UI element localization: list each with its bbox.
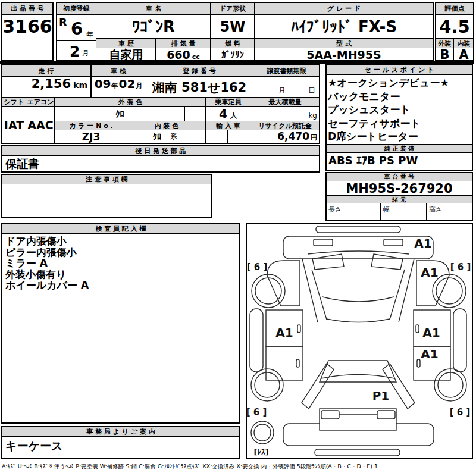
payload-value: kg bbox=[250, 106, 320, 122]
mileage-number: 2,156 bbox=[32, 77, 71, 91]
transfer-deadline-label: 譲渡書類期限 bbox=[253, 64, 320, 77]
door-shape-value: 5W bbox=[210, 14, 255, 39]
mark-door-right: A1 bbox=[422, 325, 440, 340]
inspector-note-item: ドア内張傷小 bbox=[5, 236, 236, 247]
wiper-right bbox=[371, 254, 403, 270]
interior-color-name: ｸﾛ bbox=[127, 131, 187, 142]
shift-value: IAT bbox=[1, 106, 27, 144]
headlight-right bbox=[384, 239, 403, 246]
wheel-rear-left bbox=[251, 369, 283, 401]
model-code-value: 5AA-MH95S bbox=[254, 48, 434, 61]
wheel-front-right-inner bbox=[436, 278, 462, 304]
capacity-value: 4 人 bbox=[205, 106, 251, 122]
displacement-number: 660 bbox=[167, 48, 190, 61]
displacement-value: 660 cc bbox=[155, 48, 211, 61]
mark-door-left: A1 bbox=[275, 325, 293, 340]
interior-grade-value: A bbox=[453, 48, 474, 61]
front-lip-bar bbox=[316, 226, 400, 233]
damage-diagram: A1 A1 A1 A1 A1 P1 [ 6 ] [ 6 ] [ 6 ] [ 6 … bbox=[246, 223, 473, 459]
registration-number-value: 湘南 581せ162 bbox=[145, 76, 254, 98]
inspector-note-item: ピラー内張傷小 bbox=[5, 247, 236, 258]
inspection-year-unit: 年 bbox=[112, 82, 118, 90]
import-car-cell-2 bbox=[227, 130, 251, 144]
transfer-deadline-value: 月 日 bbox=[253, 76, 320, 98]
sales-point-item: セーフティサポート bbox=[328, 117, 471, 130]
first-registration-label: 初度登録 bbox=[56, 2, 97, 15]
caution-notes-body bbox=[1, 184, 212, 218]
a-pillar-left bbox=[312, 270, 327, 320]
inspection-month: 02 bbox=[119, 77, 136, 91]
recycle-fee-unit: 円 bbox=[311, 133, 317, 142]
mark-front-bumper-right: A1 bbox=[414, 236, 431, 250]
car-name-label: 車 名 bbox=[96, 2, 211, 15]
spare-tire-inner bbox=[254, 424, 271, 441]
factory-equipment-value: ABS ｴｱB PS PW bbox=[325, 152, 473, 171]
exterior-grade-value: B bbox=[435, 48, 455, 61]
sales-point-item: D席シートヒーター bbox=[328, 130, 471, 143]
inspection-year: 09 bbox=[95, 77, 111, 91]
mark-tire-front-right: [ 6 ] bbox=[450, 262, 471, 273]
score-label: 評価点 bbox=[435, 2, 474, 15]
factory-equipment-label: 純 正 装 備 bbox=[325, 144, 473, 153]
chassis-number-label: 車 台 番 号 bbox=[325, 172, 473, 181]
transfer-day-unit: 日 bbox=[308, 86, 315, 96]
recycle-fee-value: 6,470 円 bbox=[250, 130, 320, 144]
capacity-unit: 人 bbox=[230, 111, 237, 121]
inspection-month-unit: 月 bbox=[136, 82, 142, 90]
lot-empty-cell bbox=[1, 37, 54, 61]
reg-month: 2 bbox=[70, 43, 80, 60]
inspector-note-item: ホイールカバー A bbox=[5, 280, 236, 291]
rear-door-left bbox=[266, 346, 303, 380]
grade-label: グ レ ー ド bbox=[254, 2, 434, 15]
lot-number-value: 3166 bbox=[1, 14, 54, 38]
rear-window-line bbox=[321, 375, 394, 379]
legend-text: A:ｷｽﾞ U:ﾍｺﾐ B:ｷｽﾞを伴うﾍｺﾐ P:要塗装 W:補修跡 S:錆 … bbox=[2, 463, 474, 474]
transfer-month-unit: 月 bbox=[278, 86, 286, 96]
era-code: R bbox=[59, 16, 67, 29]
capacity-number: 4 bbox=[219, 107, 227, 121]
sales-points-list: ★オークションデビュー★ バックモニター プッシュスタート セーフティサポート … bbox=[325, 75, 473, 143]
mileage-unit: km bbox=[73, 80, 87, 90]
grade-value: ﾊｲﾌﾞﾘｯﾄﾞ FX-S bbox=[254, 14, 434, 39]
wiper-left bbox=[312, 254, 344, 270]
sales-point-item: バックモニター bbox=[328, 90, 471, 104]
payload-unit: kg bbox=[308, 111, 317, 120]
reg-year: 6 bbox=[71, 18, 83, 39]
registration-number-label: 登 録 番 号 bbox=[145, 64, 254, 77]
first-registration-month-cell: 2 月 bbox=[56, 40, 97, 61]
door-handle-front-right bbox=[416, 325, 419, 333]
spec-height-cell: 高さ bbox=[426, 203, 473, 221]
rear-window bbox=[320, 361, 396, 382]
inspection-label: 車 検 bbox=[91, 64, 146, 77]
wheel-front-left-inner bbox=[255, 278, 281, 304]
spare-tire bbox=[251, 421, 274, 444]
windshield-bottom-line bbox=[322, 297, 394, 302]
sales-points-label: セ ー ル ス ポ イ ン ト bbox=[325, 64, 473, 75]
interior-color-value: ｸﾛ 系 bbox=[127, 130, 206, 144]
exterior-color-empty-cell bbox=[184, 106, 206, 122]
cowl-line bbox=[327, 319, 390, 322]
inspector-note-item: ミラー A bbox=[5, 258, 236, 269]
rear-quarter-left bbox=[302, 364, 334, 409]
wheel-rear-left-inner bbox=[255, 372, 280, 397]
car-top-view: A1 A1 A1 A1 A1 P1 [ 6 ] [ 6 ] [ 6 ] [ 6 … bbox=[246, 224, 471, 457]
door-shape-label: ドア形状 bbox=[210, 2, 255, 15]
door-handle-rear-right bbox=[417, 359, 420, 367]
later-parts-value: 保証書 bbox=[1, 155, 320, 173]
wheel-front-left bbox=[252, 274, 285, 308]
mark-tire-rear-left: [ 6 ] bbox=[246, 407, 267, 418]
mileage-label: 走 行 bbox=[1, 64, 91, 77]
door-handle-rear-left bbox=[296, 359, 299, 367]
front-bumper bbox=[283, 236, 433, 259]
mark-front-fender-right: A1 bbox=[421, 265, 438, 280]
reg-year-unit: 年 bbox=[86, 30, 93, 40]
spec-length-cell: 長さ bbox=[325, 203, 381, 221]
lot-number-label: 出 品 番 号 bbox=[1, 2, 54, 15]
door-handle-front-left bbox=[298, 325, 300, 333]
sales-point-item: ★オークションデビュー★ bbox=[328, 76, 471, 90]
windshield-top-line bbox=[308, 251, 409, 254]
mark-rear-quarter-right: A1 bbox=[421, 347, 438, 361]
inspector-notes-list: ドア内張傷小 ピラー内張傷小 ミラー A 外装小傷有り ホイールカバー A bbox=[1, 233, 240, 424]
mark-tire-front-left: [ 6 ] bbox=[247, 262, 268, 273]
auction-sheet: 出 品 番 号 3166 初度登録 R 6 年 2 月 車 名 ﾜｺﾞﾝR 車 … bbox=[0, 0, 476, 476]
